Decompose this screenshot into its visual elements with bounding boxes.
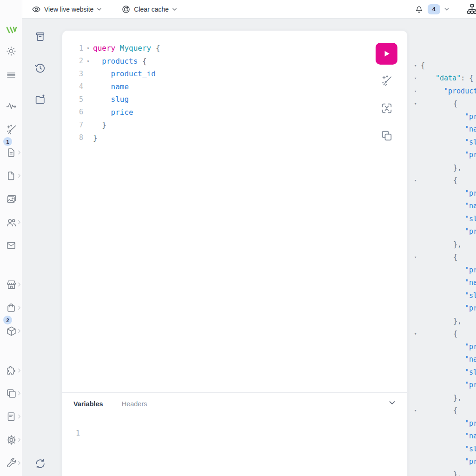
chevron-right-icon	[17, 219, 21, 225]
code-line: 1▾query Myquery {	[62, 42, 407, 55]
products-badge: 2	[3, 316, 12, 324]
sidebar-item-pages[interactable]: 1	[0, 141, 22, 164]
sidebar-item-store[interactable]	[0, 273, 22, 296]
sidebar-item-ai-wand[interactable]	[0, 118, 22, 140]
response-line: "product_id":	[408, 417, 476, 430]
pulse-icon	[6, 100, 17, 112]
clear-cache-button[interactable]: Clear cache	[121, 5, 177, 14]
code-token: "name"	[465, 202, 476, 210]
fold-toggle-icon[interactable]: ▾	[414, 89, 416, 93]
chevron-down-icon[interactable]	[444, 7, 450, 11]
code-token: {	[151, 44, 160, 53]
webiny-logo[interactable]	[0, 19, 22, 41]
mail-icon	[6, 240, 17, 251]
collections-button[interactable]	[34, 93, 46, 105]
notifications-bell-button[interactable]	[414, 4, 424, 14]
sidebar-item-orders[interactable]	[0, 297, 22, 319]
response-viewer[interactable]: ▾{▾"data": {▾"products": [▾{"product_id"…	[408, 30, 476, 476]
response-line: ▾{	[408, 251, 476, 264]
code-token	[93, 82, 111, 91]
file-icon	[6, 170, 17, 181]
sidebar-item-templates[interactable]	[0, 382, 22, 404]
code-token	[115, 44, 120, 53]
response-text: "price":	[465, 381, 476, 389]
code-line: 4 name	[62, 80, 407, 93]
fold-toggle-icon[interactable]: ▾	[414, 63, 416, 68]
magic-wand-icon	[6, 124, 17, 135]
docs-button[interactable]	[34, 31, 46, 42]
response-line: "slug":	[408, 366, 476, 379]
sidebar-item-media[interactable]	[0, 188, 22, 210]
response-text: "product_id":	[465, 266, 476, 274]
form-icon	[6, 411, 17, 422]
sidebar-item-products[interactable]: 2	[0, 320, 22, 342]
fold-toggle-icon[interactable]: ▾	[83, 46, 93, 51]
fold-toggle-icon[interactable]: ▾	[414, 76, 416, 80]
view-live-website-button[interactable]: View live website	[32, 5, 102, 14]
code-token: "product_id"	[465, 189, 476, 198]
execute-query-button[interactable]	[376, 43, 397, 65]
response-text: },	[453, 394, 462, 402]
view-live-website-label: View live website	[44, 6, 93, 13]
collapse-section-button[interactable]	[389, 400, 396, 405]
sidebar-item-plugins[interactable]	[0, 359, 22, 382]
tenant-switcher-button[interactable]	[466, 3, 476, 15]
tab-headers[interactable]: Headers	[122, 400, 147, 408]
response-text: {	[421, 61, 425, 70]
fold-toggle-icon[interactable]: ▾	[83, 59, 93, 64]
tab-variables[interactable]: Variables	[73, 400, 103, 408]
refetch-schema-icon	[34, 458, 46, 469]
chevron-down-icon	[172, 7, 177, 11]
code-token: {	[453, 176, 457, 185]
response-text: },	[453, 317, 462, 325]
response-text: },	[453, 164, 462, 172]
wrench-icon	[6, 457, 17, 469]
sidebar-item-settings[interactable]	[0, 429, 22, 451]
sidebar-item-users[interactable]	[0, 211, 22, 233]
response-line: "name":	[408, 430, 476, 443]
chevron-right-icon	[17, 305, 21, 311]
history-button[interactable]	[34, 62, 46, 74]
sidebar-item-mail[interactable]	[0, 234, 22, 257]
code-token: }	[93, 133, 98, 142]
code-token: product_id	[111, 69, 156, 78]
response-line: ▾{	[408, 174, 476, 187]
history-icon	[34, 62, 46, 74]
chevron-right-icon	[17, 437, 21, 443]
fold-toggle-icon[interactable]: ▾	[414, 178, 416, 183]
fold-toggle-icon[interactable]: ▾	[414, 101, 416, 106]
line-number: 7	[62, 121, 83, 129]
variables-line-number: 1	[76, 429, 80, 437]
sidebar-item-menu[interactable]	[0, 64, 22, 86]
response-line: "slug":	[408, 212, 476, 225]
copy-query-button[interactable]	[380, 129, 393, 142]
prettify-button[interactable]	[380, 74, 393, 87]
code-line: 8}	[62, 132, 407, 145]
notifications-count-badge[interactable]: 4	[428, 4, 440, 14]
code-token: }	[93, 120, 106, 129]
response-text: "name":	[465, 125, 476, 133]
code-token: "slug"	[465, 291, 476, 300]
code-token: slug	[111, 95, 129, 104]
refetch-schema-button[interactable]	[34, 458, 46, 469]
response-line: ▾{	[408, 98, 476, 111]
fold-toggle-icon[interactable]: ▾	[414, 255, 416, 259]
query-editor[interactable]: 1▾query Myquery {2▾ products {3 product_…	[62, 31, 407, 392]
fold-toggle-icon[interactable]: ▾	[414, 331, 416, 336]
sidebar-item-forms[interactable]	[0, 405, 22, 428]
response-line: ▾{	[408, 59, 476, 72]
code-token: "product_id"	[465, 266, 476, 274]
merge-button[interactable]	[380, 102, 393, 115]
code-token: "price"	[465, 381, 476, 389]
sidebar-item-activity[interactable]	[0, 95, 22, 117]
response-text: "product_id":	[465, 189, 476, 198]
code-token: "slug"	[465, 215, 476, 223]
code-token: },	[453, 164, 462, 172]
chevron-right-icon	[17, 460, 21, 466]
sidebar-item-theme[interactable]	[0, 40, 22, 62]
sidebar-item-tools[interactable]	[0, 452, 22, 474]
sub-tabs: Variables Headers	[62, 393, 407, 408]
puzzle-icon	[6, 365, 17, 377]
sidebar-item-files[interactable]	[0, 165, 22, 187]
fold-toggle-icon[interactable]: ▾	[414, 408, 416, 413]
